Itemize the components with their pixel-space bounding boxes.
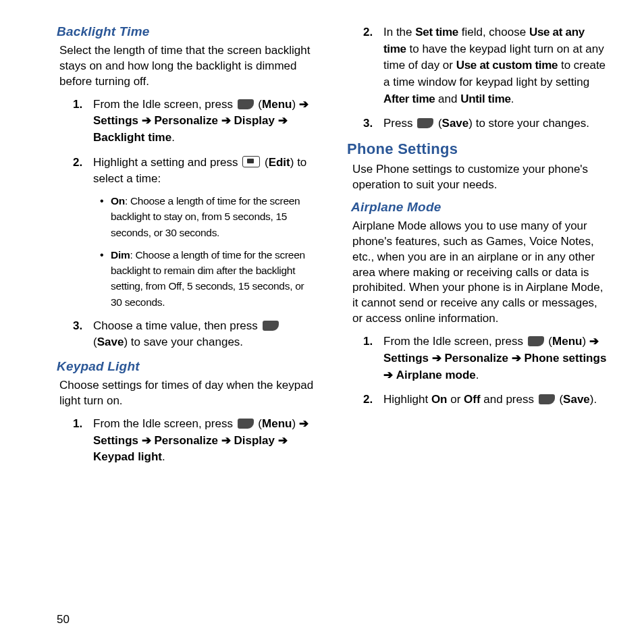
arrow-icon: ➔	[589, 335, 599, 348]
heading-backlight-time: Backlight Time	[57, 24, 317, 39]
arrow-icon: ➔	[142, 434, 151, 447]
menu-label: Menu	[262, 417, 292, 430]
dim-text: : Choose a length of time for the screen…	[111, 249, 305, 308]
arrow-icon: ➔	[432, 352, 441, 365]
save-label: Save	[563, 393, 590, 406]
text: Highlight a setting and press	[93, 156, 241, 169]
softkey-icon	[417, 118, 433, 128]
arrow-icon: ➔	[383, 369, 393, 381]
text: From the Idle screen, press	[93, 98, 236, 111]
on-text: : Choose a length of time for the screen…	[111, 195, 300, 238]
step: From the Idle screen, press (Menu) ➔ Set…	[363, 333, 608, 383]
section-phone-settings: Phone Settings	[347, 140, 608, 158]
arrow-icon: ➔	[278, 434, 288, 447]
step: From the Idle screen, press (Menu) ➔ Set…	[73, 416, 317, 466]
softkey-icon	[238, 99, 254, 109]
until-time-label: Until time	[460, 92, 510, 105]
softkey-icon	[263, 321, 279, 331]
step: From the Idle screen, press (Menu) ➔ Set…	[73, 97, 317, 146]
step: Press (Save) to store your changes.	[363, 115, 608, 132]
step: Highlight On or Off and press (Save).	[363, 392, 608, 408]
off-label: Off	[464, 393, 481, 406]
ok-key-icon	[242, 156, 260, 167]
after-time-label: After time	[383, 92, 435, 105]
text: or	[447, 393, 464, 406]
step: In the Set time field, choose Use at any…	[363, 24, 608, 107]
text: From the Idle screen, press	[93, 417, 236, 430]
page-number: 50	[57, 613, 70, 626]
text: ) to store your changes.	[468, 117, 589, 130]
text: Choose a time value, then press	[93, 319, 261, 332]
softkey-icon	[539, 394, 555, 404]
text: In the	[383, 26, 415, 38]
nav-item: Settings	[93, 114, 138, 127]
keypad-intro: Choose settings for times of day when th…	[59, 378, 317, 409]
airplane-intro: Airplane Mode allows you to use many of …	[352, 219, 608, 327]
period: .	[162, 450, 165, 463]
text: From the Idle screen, press	[383, 335, 527, 348]
period: .	[171, 131, 175, 144]
text: field, choose	[458, 26, 529, 38]
nav-item: Settings	[383, 352, 429, 365]
step: Choose a time value, then press (Save) t…	[73, 318, 317, 351]
heading-airplane-mode: Airplane Mode	[351, 200, 608, 215]
set-time-label: Set time	[415, 26, 458, 38]
on-label: On	[431, 393, 448, 406]
right-column: In the Set time field, choose Use at any…	[347, 24, 608, 474]
left-column: Backlight Time Select the length of time…	[57, 24, 317, 474]
bullet-item: Dim: Choose a length of time for the scr…	[100, 247, 317, 310]
keypad-steps-cont: In the Set time field, choose Use at any…	[363, 24, 608, 132]
nav-item: Backlight time	[93, 131, 171, 144]
text: Highlight	[383, 393, 431, 406]
nav-item: Airplane mode	[396, 369, 476, 381]
use-custom-label: Use at custom time	[456, 59, 558, 72]
period: .	[476, 369, 479, 381]
arrow-icon: ➔	[299, 98, 308, 111]
arrow-icon: ➔	[221, 114, 231, 127]
arrow-icon: ➔	[142, 114, 151, 127]
save-label: Save	[442, 117, 469, 130]
bullet-list: On: Choose a length of time for the scre…	[100, 193, 317, 310]
backlight-steps: From the Idle screen, press (Menu) ➔ Set…	[73, 97, 317, 351]
manual-page: Backlight Time Select the length of time…	[0, 0, 644, 644]
step: Highlight a setting and press (Edit) to …	[73, 155, 317, 310]
on-label: On	[111, 195, 125, 207]
menu-label: Menu	[552, 335, 582, 348]
text: and press	[481, 393, 537, 406]
softkey-icon	[238, 419, 254, 429]
nav-item: Personalize	[445, 352, 509, 365]
arrow-icon: ➔	[221, 434, 231, 447]
keypad-steps: From the Idle screen, press (Menu) ➔ Set…	[73, 416, 317, 466]
nav-item: Keypad light	[93, 450, 162, 463]
backlight-intro: Select the length of time that the scree…	[59, 43, 317, 90]
arrow-icon: ➔	[299, 417, 308, 430]
nav-item: Display	[234, 434, 275, 447]
heading-keypad-light: Keypad Light	[57, 359, 317, 374]
period: .	[511, 92, 514, 105]
arrow-icon: ➔	[278, 114, 288, 127]
two-column-layout: Backlight Time Select the length of time…	[57, 24, 608, 474]
phone-settings-intro: Use Phone settings to customize your pho…	[352, 162, 608, 193]
dim-label: Dim	[111, 249, 130, 261]
softkey-icon	[528, 336, 544, 346]
text: ).	[590, 393, 597, 406]
text: and	[435, 92, 460, 105]
nav-item: Display	[234, 114, 275, 127]
nav-item: Phone settings	[525, 352, 607, 365]
menu-label: Menu	[262, 98, 292, 111]
text: ) to save your changes.	[124, 336, 243, 348]
bullet-item: On: Choose a length of time for the scre…	[100, 193, 317, 240]
text: Press	[383, 117, 416, 130]
airplane-steps: From the Idle screen, press (Menu) ➔ Set…	[363, 333, 608, 408]
arrow-icon: ➔	[512, 352, 521, 365]
save-label: Save	[97, 336, 124, 348]
nav-item: Personalize	[155, 114, 219, 127]
nav-item: Personalize	[155, 434, 219, 447]
edit-label: Edit	[269, 156, 290, 169]
nav-item: Settings	[93, 434, 138, 447]
